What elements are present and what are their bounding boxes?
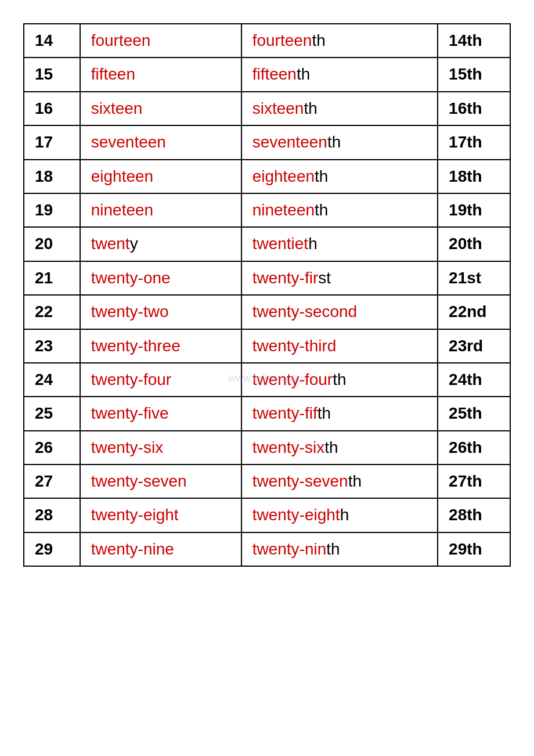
table-row: 26twenty-sixtwenty-sixth26th — [24, 431, 510, 465]
cell-ordinal-short: 21st — [438, 261, 510, 295]
cell-number: 20 — [24, 227, 80, 261]
cell-number: 15 — [24, 57, 80, 91]
cell-ordinal-word: nineteenth — [241, 193, 438, 227]
cell-ordinal-word: twenty-sixth — [241, 431, 438, 465]
cell-cardinal: fourteen — [80, 24, 241, 57]
cell-cardinal: twenty-three — [80, 329, 241, 363]
cell-ordinal-short: 15th — [438, 57, 510, 91]
cell-number: 17 — [24, 125, 80, 159]
cell-ordinal-short: 27th — [438, 465, 510, 498]
cell-number: 14 — [24, 24, 80, 57]
cell-ordinal-short: 25th — [438, 397, 510, 430]
cell-ordinal-short: 20th — [438, 227, 510, 261]
cell-ordinal-word: fifteenth — [241, 57, 438, 91]
cell-number: 23 — [24, 329, 80, 363]
cell-ordinal-word: twenty-second — [241, 295, 438, 329]
cell-ordinal-word: twentieth — [241, 227, 438, 261]
cell-ordinal-word: twenty-first — [241, 261, 438, 295]
cell-cardinal: twenty-seven — [80, 465, 241, 498]
cell-number: 28 — [24, 498, 80, 532]
cell-ordinal-word: fourteenth — [241, 24, 438, 57]
table-row: 15fifteenfifteenth15th — [24, 57, 510, 91]
cell-ordinal-word: seventeenth — [241, 125, 438, 159]
cell-number: 26 — [24, 431, 80, 465]
cell-ordinal-short: 23rd — [438, 329, 510, 363]
cell-cardinal: twenty-five — [80, 397, 241, 430]
cell-cardinal: eighteen — [80, 160, 241, 193]
table-row: 16sixteensixteenth16th — [24, 92, 510, 125]
cell-number: 27 — [24, 465, 80, 498]
cell-cardinal: twenty-four — [80, 363, 241, 397]
cell-ordinal-short: 24th — [438, 363, 510, 397]
cell-cardinal: twenty-nine — [80, 532, 241, 566]
cell-ordinal-short: 17th — [438, 125, 510, 159]
table-row: 23twenty-threetwenty-third23rd — [24, 329, 510, 363]
numbers-table-container: 14fourteenfourteenth14th15fifteenfifteen… — [23, 23, 511, 567]
cell-ordinal-word: twenty-ninth — [241, 532, 438, 566]
cell-number: 25 — [24, 397, 80, 430]
cell-number: 19 — [24, 193, 80, 227]
table-row: 28twenty-eighttwenty-eighth28th — [24, 498, 510, 532]
cell-ordinal-word: twenty-fifth — [241, 397, 438, 430]
table-row: 29twenty-ninetwenty-ninth29th — [24, 532, 510, 566]
table-row: 27twenty-seventwenty-seventh27th — [24, 465, 510, 498]
cell-ordinal-short: 26th — [438, 431, 510, 465]
table-row: 14fourteenfourteenth14th — [24, 24, 510, 57]
cell-ordinal-short: 19th — [438, 193, 510, 227]
cell-cardinal: twenty-eight — [80, 498, 241, 532]
cell-number: 29 — [24, 532, 80, 566]
cell-number: 24 — [24, 363, 80, 397]
table-row: 24twenty-fourtwenty-fourth24th — [24, 363, 510, 397]
cell-number: 22 — [24, 295, 80, 329]
cell-ordinal-word: sixteenth — [241, 92, 438, 125]
numbers-table: 14fourteenfourteenth14th15fifteenfifteen… — [23, 23, 511, 567]
cell-ordinal-short: 16th — [438, 92, 510, 125]
table-row: 20twentytwentieth20th — [24, 227, 510, 261]
table-row: 21twenty-onetwenty-first21st — [24, 261, 510, 295]
cell-number: 18 — [24, 160, 80, 193]
table-row: 25twenty-fivetwenty-fifth25th — [24, 397, 510, 430]
cell-cardinal: twenty-six — [80, 431, 241, 465]
cell-ordinal-word: twenty-third — [241, 329, 438, 363]
cell-ordinal-word: eighteenth — [241, 160, 438, 193]
table-row: 17seventeenseventeenth17th — [24, 125, 510, 159]
cell-ordinal-short: 28th — [438, 498, 510, 532]
cell-number: 16 — [24, 92, 80, 125]
cell-cardinal: twenty-one — [80, 261, 241, 295]
cell-ordinal-short: 22nd — [438, 295, 510, 329]
cell-ordinal-short: 18th — [438, 160, 510, 193]
cell-ordinal-word: twenty-fourth — [241, 363, 438, 397]
cell-cardinal: twenty-two — [80, 295, 241, 329]
cell-ordinal-word: twenty-eighth — [241, 498, 438, 532]
table-row: 22twenty-twotwenty-second22nd — [24, 295, 510, 329]
table-row: 19nineteennineteenth19th — [24, 193, 510, 227]
cell-number: 21 — [24, 261, 80, 295]
cell-ordinal-short: 14th — [438, 24, 510, 57]
cell-cardinal: seventeen — [80, 125, 241, 159]
cell-cardinal: fifteen — [80, 57, 241, 91]
cell-ordinal-word: twenty-seventh — [241, 465, 438, 498]
cell-ordinal-short: 29th — [438, 532, 510, 566]
cell-cardinal: twenty — [80, 227, 241, 261]
cell-cardinal: sixteen — [80, 92, 241, 125]
cell-cardinal: nineteen — [80, 193, 241, 227]
table-row: 18eighteeneighteenth18th — [24, 160, 510, 193]
